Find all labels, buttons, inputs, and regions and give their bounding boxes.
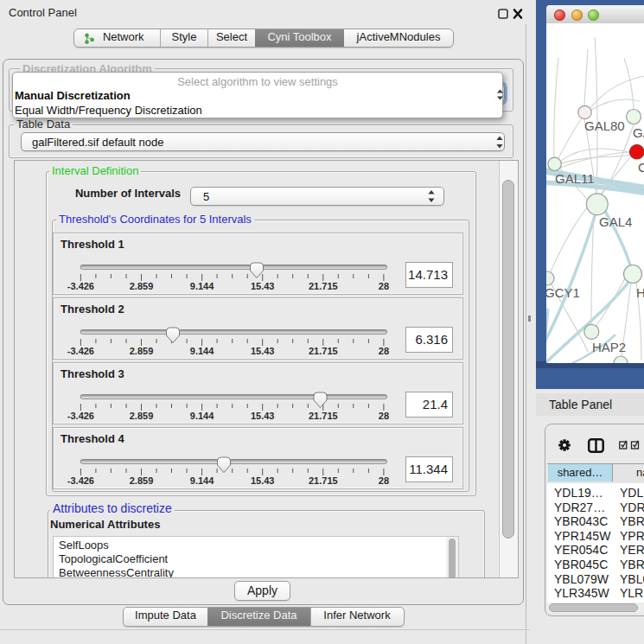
svg-text:HIS4: HIS4 (636, 285, 644, 300)
svg-text:-3.426: -3.426 (67, 475, 94, 486)
svg-text:9.144: 9.144 (190, 346, 214, 356)
svg-text:2.859: 2.859 (130, 475, 154, 486)
svg-text:2.859: 2.859 (130, 281, 154, 291)
svg-text:15.43: 15.43 (251, 411, 275, 421)
svg-text:GCY1: GCY1 (546, 285, 580, 300)
svg-text:21.715: 21.715 (309, 346, 338, 356)
svg-text:15.43: 15.43 (251, 346, 275, 356)
svg-text:15.43: 15.43 (251, 281, 275, 291)
svg-text:21.715: 21.715 (309, 411, 338, 421)
svg-text:21.715: 21.715 (309, 475, 338, 486)
svg-text:28: 28 (379, 346, 389, 356)
svg-text:28: 28 (379, 281, 389, 291)
svg-text:-3.426: -3.426 (67, 411, 94, 421)
svg-text:2.859: 2.859 (130, 346, 154, 356)
svg-text:HAP2: HAP2 (592, 340, 626, 354)
svg-text:28: 28 (379, 475, 389, 486)
svg-text:2.859: 2.859 (130, 411, 154, 421)
svg-text:21.715: 21.715 (309, 281, 338, 291)
svg-text:GAL80: GAL80 (584, 118, 625, 133)
svg-text:28: 28 (379, 411, 389, 421)
svg-text:GAL11: GAL11 (555, 171, 595, 186)
svg-text:9.144: 9.144 (190, 281, 214, 291)
svg-text:-3.426: -3.426 (67, 281, 94, 291)
svg-text:15.43: 15.43 (251, 475, 275, 486)
svg-text:-3.426: -3.426 (67, 346, 94, 356)
svg-text:9.144: 9.144 (190, 411, 214, 421)
svg-text:CCC: CCC (638, 160, 644, 175)
svg-text:GAL4: GAL4 (599, 214, 632, 229)
svg-text:GAL3: GAL3 (633, 125, 644, 140)
svg-text:9.144: 9.144 (190, 475, 214, 486)
